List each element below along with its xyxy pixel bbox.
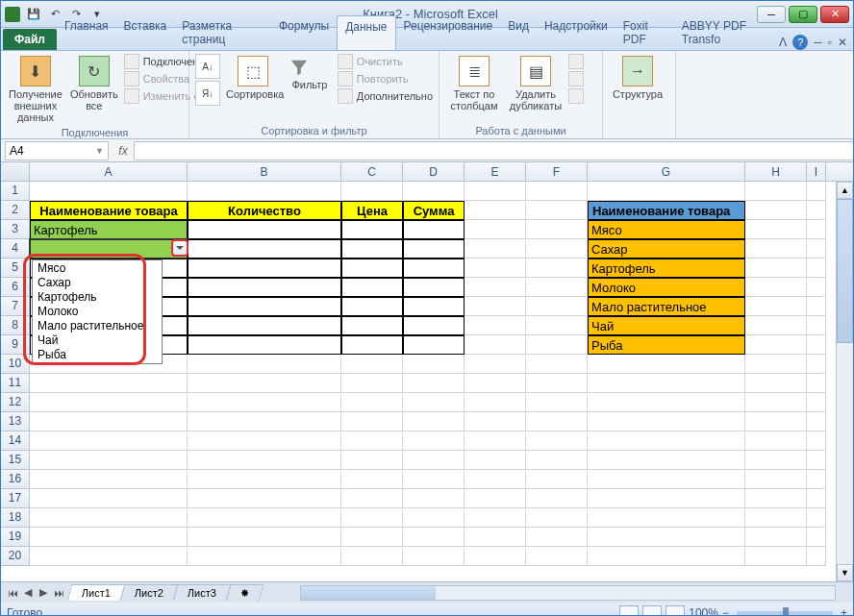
row-header-9[interactable]: 9	[1, 335, 30, 355]
cell-F8[interactable]	[526, 316, 588, 335]
row-header-13[interactable]: 13	[1, 412, 30, 431]
cell-C17[interactable]	[341, 489, 403, 508]
row-header-10[interactable]: 10	[1, 355, 30, 374]
first-sheet-button[interactable]: ⏮	[5, 585, 20, 601]
cell-G4[interactable]: Сахар	[588, 239, 745, 259]
cell-E5[interactable]	[465, 259, 526, 278]
scroll-up-button[interactable]: ▲	[837, 182, 853, 199]
cell-B6[interactable]	[188, 278, 341, 297]
advanced-filter-item[interactable]: Дополнительно	[338, 88, 433, 104]
cell-E19[interactable]	[465, 528, 526, 547]
row-header-3[interactable]: 3	[1, 220, 30, 239]
cell-B1[interactable]	[188, 182, 341, 201]
cell-B14[interactable]	[188, 431, 341, 451]
cell-E17[interactable]	[465, 489, 526, 508]
cell-A11[interactable]	[30, 374, 188, 393]
row-header-4[interactable]: 4	[1, 239, 30, 259]
cell-C14[interactable]	[341, 431, 403, 451]
column-header-A[interactable]: A	[30, 162, 188, 181]
cell-F13[interactable]	[526, 412, 588, 431]
cell-H2[interactable]	[745, 201, 807, 220]
row-header-19[interactable]: 19	[1, 528, 30, 547]
remove-duplicates-button[interactable]: ▤ Удалить дубликаты	[507, 54, 565, 113]
cell-C20[interactable]	[341, 547, 403, 566]
cell-C16[interactable]	[341, 470, 403, 489]
ribbon-tab-3[interactable]: Формулы	[271, 15, 337, 50]
cell-F3[interactable]	[526, 220, 588, 239]
cell-C11[interactable]	[341, 374, 403, 393]
clear-filter-item[interactable]: Очистить	[338, 54, 433, 69]
name-box[interactable]: A4▼	[5, 141, 109, 160]
data-validation-item[interactable]	[568, 54, 584, 69]
cell-G8[interactable]: Чай	[588, 316, 745, 335]
column-header-F[interactable]: F	[526, 162, 588, 181]
cell-G2[interactable]: Наименование товара	[588, 201, 745, 220]
cell-A12[interactable]	[30, 393, 188, 412]
cell-A19[interactable]	[30, 528, 188, 547]
doc-minimize-icon[interactable]: ─	[814, 36, 822, 49]
row-header-2[interactable]: 2	[1, 201, 30, 220]
cell-C13[interactable]	[341, 412, 403, 431]
cell-I9[interactable]	[807, 335, 826, 355]
cell-F20[interactable]	[526, 547, 588, 566]
cell-B19[interactable]	[188, 528, 341, 547]
cell-D2[interactable]: Сумма	[403, 201, 465, 220]
cell-A2[interactable]: Наименование товара	[30, 201, 188, 220]
last-sheet-button[interactable]: ⏭	[51, 585, 66, 601]
cell-C19[interactable]	[341, 528, 403, 547]
cell-D7[interactable]	[403, 297, 465, 316]
ribbon-tab-6[interactable]: Вид	[500, 15, 537, 50]
whatif-item[interactable]	[568, 88, 584, 104]
cell-E3[interactable]	[465, 220, 526, 239]
page-break-view-button[interactable]	[666, 605, 685, 616]
cell-D19[interactable]	[403, 528, 465, 547]
cell-C5[interactable]	[341, 259, 403, 278]
sort-desc-button[interactable]: Я↓	[195, 81, 220, 106]
cell-F18[interactable]	[526, 508, 588, 528]
zoom-out-button[interactable]: −	[722, 606, 729, 616]
cell-E8[interactable]	[465, 316, 526, 335]
cell-I8[interactable]	[807, 316, 826, 335]
cell-B11[interactable]	[188, 374, 341, 393]
cell-B18[interactable]	[188, 508, 341, 528]
ribbon-tab-2[interactable]: Разметка страниц	[174, 15, 271, 50]
column-header-D[interactable]: D	[403, 162, 465, 181]
ribbon-tab-5[interactable]: Рецензирование	[396, 15, 501, 50]
cell-D17[interactable]	[403, 489, 465, 508]
cell-F5[interactable]	[526, 259, 588, 278]
select-all-corner[interactable]	[1, 162, 30, 181]
cell-I13[interactable]	[807, 412, 826, 431]
reapply-item[interactable]: Повторить	[338, 71, 433, 86]
vertical-scrollbar[interactable]: ▲ ▼	[836, 182, 853, 581]
cell-D10[interactable]	[403, 355, 465, 374]
ribbon-tab-7[interactable]: Надстройки	[537, 15, 615, 50]
cell-B3[interactable]	[188, 220, 341, 239]
cell-F1[interactable]	[526, 182, 588, 201]
cell-E20[interactable]	[465, 547, 526, 566]
vscroll-thumb[interactable]	[837, 199, 853, 343]
consolidate-item[interactable]	[568, 71, 584, 86]
doc-close-icon[interactable]: ✕	[838, 36, 847, 49]
cell-F4[interactable]	[526, 239, 588, 259]
cell-I1[interactable]	[807, 182, 826, 201]
cell-B8[interactable]	[188, 316, 341, 335]
row-header-5[interactable]: 5	[1, 259, 30, 278]
cell-F11[interactable]	[526, 374, 588, 393]
cell-F7[interactable]	[526, 297, 588, 316]
formula-input[interactable]	[134, 141, 853, 160]
cell-I16[interactable]	[807, 470, 826, 489]
cell-B16[interactable]	[188, 470, 341, 489]
cell-G6[interactable]: Молоко	[588, 278, 745, 297]
cell-C9[interactable]	[341, 335, 403, 355]
fx-icon[interactable]: fx	[113, 144, 134, 158]
cell-I14[interactable]	[807, 431, 826, 451]
cell-D8[interactable]	[403, 316, 465, 335]
cell-G12[interactable]	[588, 393, 745, 412]
cell-A14[interactable]	[30, 431, 188, 451]
cell-A17[interactable]	[30, 489, 188, 508]
cell-G15[interactable]	[588, 451, 745, 470]
cell-E14[interactable]	[465, 431, 526, 451]
cell-H14[interactable]	[745, 431, 807, 451]
cell-D15[interactable]	[403, 451, 465, 470]
dropdown-item-1[interactable]: Сахар	[34, 276, 161, 290]
